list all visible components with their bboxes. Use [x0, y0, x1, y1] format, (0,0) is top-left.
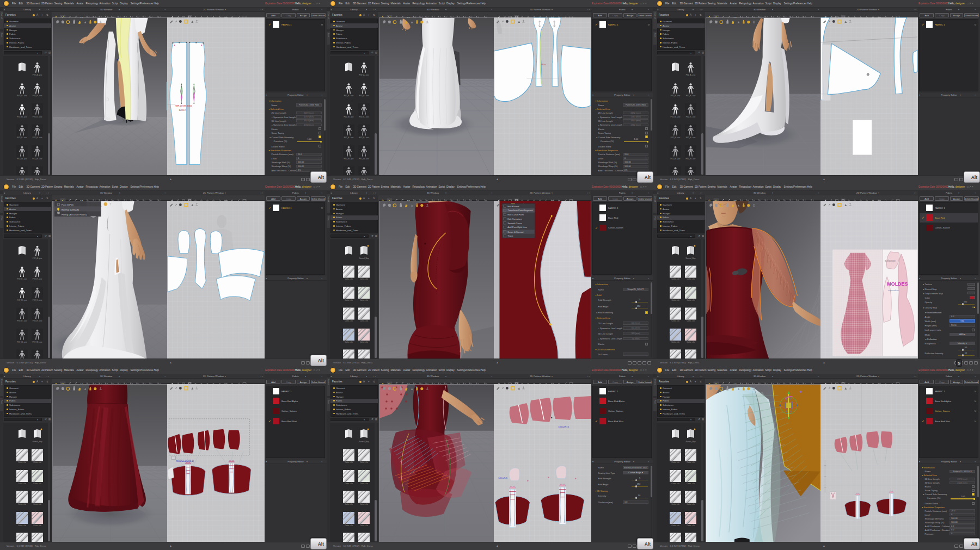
svg-text:Seam & Spread: Seam & Spread: [507, 230, 523, 233]
svg-text:FV2_E...ose: FV2_E...ose: [344, 137, 353, 139]
svg-text:FV2_E...ose: FV2_E...ose: [344, 95, 353, 97]
svg-text:Cotto...clo: Cotto...clo: [360, 503, 368, 505]
svg-text:Cotto...clo: Cotto...clo: [345, 524, 353, 526]
svg-text:Cotto...clo: Cotto...clo: [671, 461, 679, 464]
svg-text:FV2_E...ose: FV2_E...ose: [17, 95, 27, 97]
svg-text:FV2_E...ose: FV2_E...ose: [32, 95, 42, 97]
svg-text:Cotto...clo: Cotto...clo: [345, 278, 353, 280]
svg-text:MOLDES: MOLDES: [887, 281, 908, 286]
svg-text:Fast (GPU): Fast (GPU): [61, 203, 74, 206]
svg-text:Cotto...clo: Cotto...clo: [360, 341, 368, 343]
svg-text:FV2_E...ose: FV2_E...ose: [17, 320, 27, 322]
svg-text:Edit Curve Point: Edit Curve Point: [507, 213, 524, 216]
svg-text:Normal (Default): Normal (Default): [61, 208, 79, 211]
svg-text:Cotto...clo: Cotto...clo: [345, 341, 353, 343]
svg-text:Normal_Map: Normal_Map: [359, 257, 369, 259]
svg-text:Transform Point/Segment: Transform Point/Segment: [507, 209, 533, 212]
svg-text:-2: -2: [534, 70, 536, 72]
svg-text:FV2_W...ose: FV2_W...ose: [685, 157, 695, 159]
svg-text:Edit Pattern: Edit Pattern: [507, 205, 519, 207]
svg-text:Cotto...clo: Cotto...clo: [687, 299, 695, 301]
svg-text:Cotto...clo: Cotto...clo: [360, 482, 368, 484]
svg-text:Cotto...clo: Cotto...clo: [687, 503, 695, 505]
svg-text:FV2_M...pse: FV2_M...pse: [17, 299, 27, 301]
svg-text:Trace: Trace: [507, 234, 513, 237]
svg-text:Smooth Curve: Smooth Curve: [507, 221, 522, 224]
svg-text:Cotto...clo: Cotto...clo: [671, 278, 679, 280]
svg-text:Fitting (Accurate Fabric): Fitting (Accurate Fabric): [61, 213, 87, 215]
svg-text:Cotto...clo: Cotto...clo: [687, 278, 695, 280]
svg-text:FV2_W...ose: FV2_W...ose: [32, 341, 42, 343]
svg-text:Cotto...clo: Cotto...clo: [18, 524, 26, 526]
svg-text:Cotto...clo: Cotto...clo: [18, 461, 26, 464]
svg-text:Cotto...clo: Cotto...clo: [687, 341, 695, 343]
svg-text:Cotto...clo: Cotto...clo: [687, 320, 695, 322]
svg-text:b3Ca7c2r: b3Ca7c2r: [498, 476, 508, 479]
svg-text:Normal_Map: Normal_Map: [685, 440, 695, 442]
svg-text:FV2_W...pse: FV2_W...pse: [670, 157, 680, 159]
svg-text:Cotto...clo: Cotto...clo: [360, 320, 368, 322]
svg-text:Normal_Map: Normal_Map: [359, 440, 369, 442]
svg-text:FV2_E...ose: FV2_E...ose: [359, 137, 369, 139]
svg-text:FV2_A...pse: FV2_A...pse: [359, 73, 369, 76]
svg-text:FV2_W...pse: FV2_W...pse: [17, 341, 27, 343]
svg-text:Cotto...clo: Cotto...clo: [671, 341, 679, 343]
svg-text:Cotto...clo: Cotto...clo: [360, 278, 368, 280]
svg-text:FV2_E...ose: FV2_E...ose: [670, 95, 680, 97]
svg-text:WR.21599.2706: WR.21599.2706: [175, 104, 192, 107]
svg-text:1499.2: 1499.2: [179, 108, 186, 111]
svg-text:Cotto...clo: Cotto...clo: [671, 524, 679, 526]
svg-text:Normal_Map: Normal_Map: [32, 440, 42, 442]
svg-text:Cotto...clo: Cotto...clo: [33, 503, 41, 505]
svg-text:FV2_A...pse: FV2_A...pse: [32, 73, 42, 76]
svg-text:especadicas: especadicas: [888, 289, 899, 291]
svg-text:Cotto...clo: Cotto...clo: [687, 461, 695, 464]
svg-text:FV2_E...ose: FV2_E...ose: [32, 137, 42, 139]
svg-text:Cotto...clo: Cotto...clo: [33, 524, 41, 526]
svg-text:FV2_E...ose: FV2_E...ose: [359, 95, 369, 97]
svg-text:Cotto...clo: Cotto...clo: [345, 503, 353, 505]
svg-text:Cotto...clo: Cotto...clo: [671, 299, 679, 301]
svg-text:TP4a: TP4a: [541, 63, 546, 65]
svg-text:Cotto...clo: Cotto...clo: [687, 524, 695, 526]
svg-text:FV2_K...ose: FV2_K...ose: [32, 115, 42, 118]
svg-text:FV2_E...ose: FV2_E...ose: [32, 320, 42, 322]
svg-text:FV2_E...ose: FV2_E...ose: [17, 137, 27, 139]
svg-text:FV2_A...pse: FV2_A...pse: [32, 257, 42, 259]
svg-text:Cotto...clo: Cotto...clo: [687, 482, 695, 484]
svg-text:Cotto...clo: Cotto...clo: [33, 461, 41, 464]
svg-text:Cotto...clo: Cotto...clo: [671, 482, 679, 484]
svg-text:FV2_E...ose: FV2_E...ose: [17, 278, 27, 280]
svg-text:Cotto...clo: Cotto...clo: [360, 524, 368, 526]
svg-text:FV2_E...ose: FV2_E...ose: [670, 137, 680, 139]
svg-text:FV2_M...pse: FV2_M...pse: [670, 115, 680, 118]
svg-text:105(a)R16: 105(a)R16: [558, 425, 569, 428]
svg-text:FV2_W...pse: FV2_W...pse: [344, 157, 353, 159]
svg-text:FV2_E...ose: FV2_E...ose: [685, 95, 695, 97]
svg-text:Add Point/Split Line: Add Point/Split Line: [507, 226, 527, 228]
svg-text:Cotto...clo: Cotto...clo: [33, 482, 41, 484]
svg-text:FV2_W...pse: FV2_W...pse: [17, 157, 27, 159]
svg-text:Cotto...clo: Cotto...clo: [345, 482, 353, 484]
svg-text:FV2_M...pse: FV2_M...pse: [344, 115, 353, 118]
svg-text:Cotto...clo: Cotto...clo: [345, 299, 353, 301]
svg-text:FV2_K...ose: FV2_K...ose: [685, 115, 695, 118]
svg-text:Cotto...clo: Cotto...clo: [345, 320, 353, 322]
svg-text:Normal_Map: Normal_Map: [685, 257, 695, 259]
svg-text:FV2_K...ose: FV2_K...ose: [359, 115, 369, 118]
svg-text:Cotto...clo: Cotto...clo: [18, 503, 26, 505]
svg-text:FV2_M...pse: FV2_M...pse: [17, 115, 27, 118]
svg-text:FV2_K...ose: FV2_K...ose: [32, 299, 42, 301]
svg-text:Cotto...clo: Cotto...clo: [671, 503, 679, 505]
svg-text:Cotto...clo: Cotto...clo: [18, 482, 26, 484]
svg-text:FV2_E...ose: FV2_E...ose: [32, 278, 42, 280]
svg-text:FV2_A...pse: FV2_A...pse: [685, 73, 695, 76]
svg-text:FV2_W...ose: FV2_W...ose: [32, 157, 42, 159]
svg-text:Edit Curvature: Edit Curvature: [507, 217, 522, 220]
svg-text:Cotto...clo: Cotto...clo: [360, 461, 368, 464]
svg-text:Cotto...clo: Cotto...clo: [345, 461, 353, 464]
svg-text:Cotto...clo: Cotto...clo: [671, 320, 679, 322]
svg-text:a.blogspo: a.blogspo: [885, 259, 896, 262]
svg-text:FV2_E...ose: FV2_E...ose: [685, 137, 695, 139]
svg-text:Cotto...clo: Cotto...clo: [360, 299, 368, 301]
